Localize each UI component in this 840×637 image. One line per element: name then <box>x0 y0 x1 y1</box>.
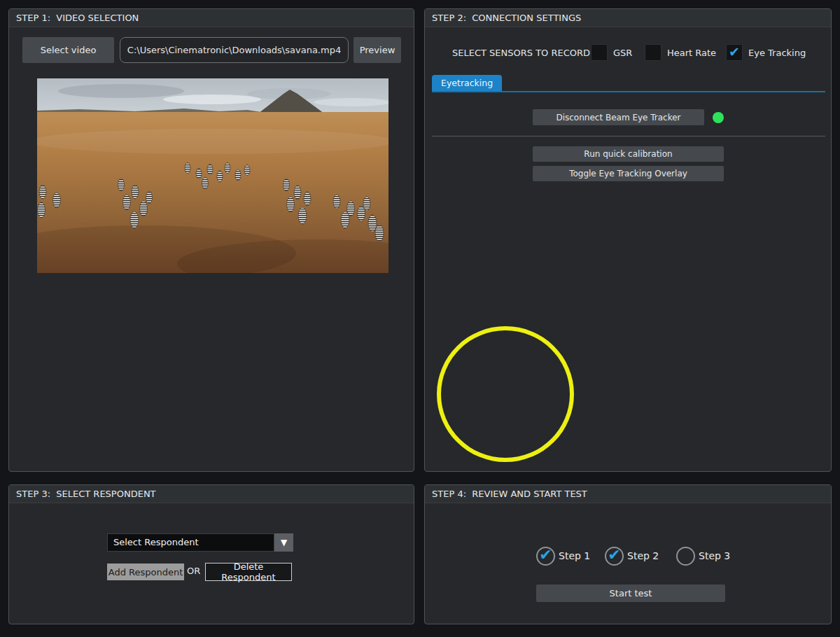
start-test-button[interactable]: Start test <box>536 584 725 602</box>
select-video-button[interactable]: Select video <box>22 37 114 63</box>
delete-respondent-button[interactable]: Delete Respondent <box>205 563 292 581</box>
step1-status-indicator: ✔ <box>536 547 555 566</box>
panel-title-step3: STEP 3: SELECT RESPONDENT <box>9 485 414 503</box>
sensors-label: SELECT SENSORS TO RECORD: <box>452 48 593 58</box>
dropdown-arrow-button[interactable]: ▼ <box>274 533 293 552</box>
respondent-dropdown[interactable]: Select Respondent <box>107 533 274 552</box>
toggle-overlay-button[interactable]: Toggle Eye Tracking Overlay <box>533 166 724 181</box>
video-path-input[interactable] <box>120 37 349 63</box>
step3-status-indicator <box>676 547 695 566</box>
run-calibration-button[interactable]: Run quick calibration <box>533 146 724 162</box>
step2-status-label: Step 2 <box>627 550 659 561</box>
eye-tracking-gaze-circle <box>437 326 574 462</box>
add-respondent-button[interactable]: Add Respondent <box>107 564 184 580</box>
dropdown-arrow-icon: ▼ <box>281 538 287 547</box>
step1-status-label: Step 1 <box>559 550 590 561</box>
step3-status-label: Step 3 <box>699 550 730 561</box>
or-label: OR <box>187 566 200 576</box>
check-icon: ✔ <box>539 546 552 564</box>
panel-connection-settings: STEP 2: CONNECTION SETTINGS SELECT SENSO… <box>424 8 832 472</box>
section-divider <box>432 136 825 136</box>
check-icon: ✔ <box>729 44 740 59</box>
panel-title-step4: STEP 4: REVIEW AND START TEST <box>425 485 831 503</box>
heart-rate-checkbox-label: Heart Rate <box>667 48 716 58</box>
eye-tracking-checkbox[interactable]: ✔ <box>726 44 743 61</box>
video-preview-image <box>37 78 388 273</box>
panel-select-respondent: STEP 3: SELECT RESPONDENT Select Respond… <box>8 484 414 624</box>
disconnect-eye-tracker-button[interactable]: Disconnect Beam Eye Tracker <box>533 109 704 125</box>
tab-underline <box>432 91 825 92</box>
panel-title-step1: STEP 1: VIDEO SELECTION <box>9 9 414 27</box>
step2-status-indicator: ✔ <box>605 547 624 566</box>
panel-video-selection: STEP 1: VIDEO SELECTION Select video Pre… <box>8 8 414 472</box>
tab-eyetracking[interactable]: Eyetracking <box>432 75 502 91</box>
eye-tracking-checkbox-label: Eye Tracking <box>748 48 806 58</box>
panel-review-start: STEP 4: REVIEW AND START TEST ✔ Step 1 ✔… <box>424 484 832 624</box>
gsr-checkbox-label: GSR <box>613 48 632 58</box>
savanna-scene <box>37 78 388 273</box>
preview-button[interactable]: Preview <box>354 37 401 63</box>
heart-rate-checkbox[interactable] <box>645 44 662 61</box>
gsr-checkbox[interactable] <box>591 44 608 61</box>
connection-status-icon <box>713 112 724 123</box>
panel-title-step2: STEP 2: CONNECTION SETTINGS <box>425 9 831 27</box>
check-icon: ✔ <box>608 546 620 564</box>
